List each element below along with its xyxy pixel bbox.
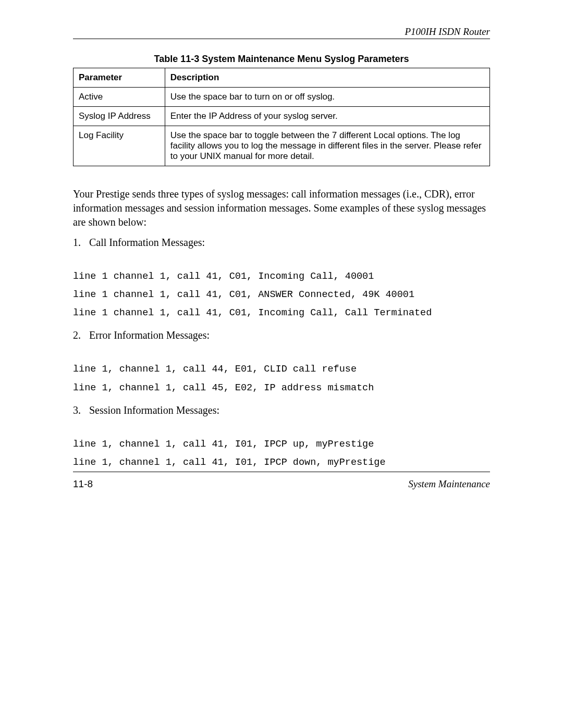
table-row: Syslog IP Address Enter the IP Address o…	[74, 107, 490, 126]
list-label: Call Information Messages:	[89, 237, 205, 248]
page: P100IH ISDN Router Table 11-3 System Mai…	[0, 0, 563, 728]
cell-param: Active	[74, 88, 165, 107]
table-header-row: Parameter Description	[74, 68, 490, 88]
th-parameter: Parameter	[74, 68, 165, 88]
list-item-2: 2. Error Information Messages:	[73, 329, 490, 341]
code-block-call-info: line 1 channel 1, call 41, C01, Incoming…	[73, 267, 490, 322]
code-block-error-info: line 1, channel 1, call 44, E01, CLID ca…	[73, 360, 490, 397]
table-caption: Table 11-3 System Maintenance Menu Syslo…	[73, 54, 490, 65]
page-header: P100IH ISDN Router	[73, 26, 490, 39]
cell-desc: Enter the IP Address of your syslog serv…	[165, 107, 489, 126]
table-row: Active Use the space bar to turn on or o…	[74, 88, 490, 107]
list-num: 3.	[73, 404, 87, 416]
cell-param: Log Facility	[74, 126, 165, 166]
code-block-session-info: line 1, channel 1, call 41, I01, IPCP up…	[73, 435, 490, 472]
list-label: Session Information Messages:	[89, 404, 219, 416]
list-item-1: 1. Call Information Messages:	[73, 237, 490, 249]
list-item-3: 3. Session Information Messages:	[73, 404, 490, 416]
cell-param: Syslog IP Address	[74, 107, 165, 126]
table-row: Log Facility Use the space bar to toggle…	[74, 126, 490, 166]
th-description: Description	[165, 68, 489, 88]
header-title: P100IH ISDN Router	[405, 26, 490, 37]
list-num: 1.	[73, 237, 87, 249]
intro-paragraph: Your Prestige sends three types of syslo…	[73, 187, 490, 229]
list-label: Error Information Messages:	[89, 329, 210, 341]
page-number: 11-8	[73, 478, 93, 490]
section-title: System Maintenance	[408, 478, 490, 490]
cell-desc: Use the space bar to toggle between the …	[165, 126, 489, 166]
syslog-params-table: Parameter Description Active Use the spa…	[73, 68, 490, 166]
footer-rule	[73, 472, 490, 472]
cell-desc: Use the space bar to turn on or off sysl…	[165, 88, 489, 107]
list-num: 2.	[73, 329, 87, 341]
footer: 11-8 System Maintenance	[73, 478, 490, 490]
